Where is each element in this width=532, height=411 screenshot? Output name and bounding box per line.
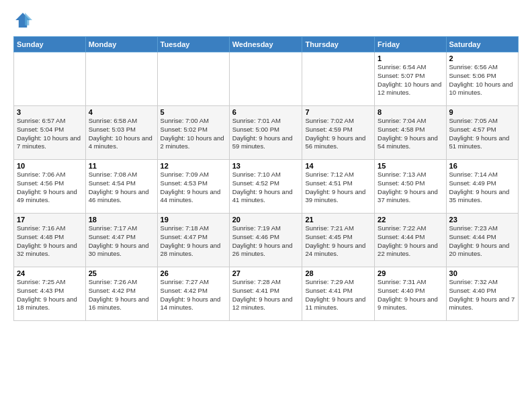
day-cell: 12Sunrise: 7:09 AM Sunset: 4:53 PM Dayli…: [157, 160, 229, 214]
page: SundayMondayTuesdayWednesdayThursdayFrid…: [0, 0, 532, 411]
day-number: 10: [17, 162, 83, 170]
day-info: Sunrise: 7:22 AM Sunset: 4:44 PM Dayligh…: [378, 224, 443, 259]
day-number: 26: [161, 269, 226, 277]
day-number: 11: [89, 162, 154, 170]
day-info: Sunrise: 7:00 AM Sunset: 5:02 PM Dayligh…: [161, 117, 226, 151]
day-info: Sunrise: 7:27 AM Sunset: 4:42 PM Dayligh…: [161, 278, 226, 312]
day-cell: [229, 52, 302, 106]
day-number: 24: [17, 269, 83, 277]
day-cell: 28Sunrise: 7:29 AM Sunset: 4:41 PM Dayli…: [302, 267, 375, 321]
day-number: 4: [89, 108, 154, 116]
day-number: 29: [378, 269, 443, 277]
day-cell: [302, 52, 375, 106]
day-info: Sunrise: 7:18 AM Sunset: 4:47 PM Dayligh…: [161, 224, 226, 259]
day-info: Sunrise: 7:01 AM Sunset: 5:00 PM Dayligh…: [232, 117, 300, 151]
day-number: 15: [378, 162, 443, 170]
day-info: Sunrise: 6:58 AM Sunset: 5:03 PM Dayligh…: [89, 117, 154, 151]
day-info: Sunrise: 7:25 AM Sunset: 4:43 PM Dayligh…: [17, 278, 83, 312]
day-number: 22: [378, 216, 443, 224]
day-cell: 24Sunrise: 7:25 AM Sunset: 4:43 PM Dayli…: [14, 267, 86, 321]
day-cell: 23Sunrise: 7:23 AM Sunset: 4:44 PM Dayli…: [446, 214, 518, 267]
day-info: Sunrise: 7:21 AM Sunset: 4:45 PM Dayligh…: [305, 224, 371, 259]
day-number: 23: [449, 216, 515, 224]
day-cell: 2Sunrise: 6:56 AM Sunset: 5:06 PM Daylig…: [446, 52, 518, 106]
day-cell: 1Sunrise: 6:54 AM Sunset: 5:07 PM Daylig…: [375, 52, 446, 106]
day-number: 9: [449, 108, 515, 116]
day-number: 3: [17, 108, 83, 116]
day-number: 6: [232, 108, 300, 116]
day-cell: 13Sunrise: 7:10 AM Sunset: 4:52 PM Dayli…: [229, 160, 302, 214]
day-number: 20: [232, 216, 300, 224]
day-cell: 10Sunrise: 7:06 AM Sunset: 4:56 PM Dayli…: [14, 160, 86, 214]
day-info: Sunrise: 7:31 AM Sunset: 4:40 PM Dayligh…: [378, 278, 443, 312]
day-cell: 30Sunrise: 7:32 AM Sunset: 4:40 PM Dayli…: [446, 267, 518, 321]
weekday-header-row: SundayMondayTuesdayWednesdayThursdayFrid…: [14, 37, 519, 52]
weekday-header-sunday: Sunday: [14, 37, 86, 52]
day-cell: 15Sunrise: 7:13 AM Sunset: 4:50 PM Dayli…: [375, 160, 446, 214]
week-row-5: 24Sunrise: 7:25 AM Sunset: 4:43 PM Dayli…: [14, 267, 519, 321]
day-number: 8: [378, 108, 443, 116]
week-row-1: 1Sunrise: 6:54 AM Sunset: 5:07 PM Daylig…: [14, 52, 519, 106]
day-number: 27: [232, 269, 300, 277]
day-info: Sunrise: 7:06 AM Sunset: 4:56 PM Dayligh…: [17, 171, 83, 205]
weekday-header-tuesday: Tuesday: [157, 37, 229, 52]
day-info: Sunrise: 7:04 AM Sunset: 4:58 PM Dayligh…: [378, 117, 443, 151]
day-info: Sunrise: 7:19 AM Sunset: 4:46 PM Dayligh…: [232, 224, 300, 259]
day-info: Sunrise: 6:54 AM Sunset: 5:07 PM Dayligh…: [378, 63, 443, 97]
day-info: Sunrise: 7:17 AM Sunset: 4:47 PM Dayligh…: [89, 224, 154, 259]
day-cell: 21Sunrise: 7:21 AM Sunset: 4:45 PM Dayli…: [302, 214, 375, 267]
header: [13, 11, 519, 30]
day-info: Sunrise: 7:10 AM Sunset: 4:52 PM Dayligh…: [232, 171, 300, 205]
day-number: 13: [232, 162, 300, 170]
day-info: Sunrise: 6:57 AM Sunset: 5:04 PM Dayligh…: [17, 117, 83, 151]
weekday-header-saturday: Saturday: [446, 37, 518, 52]
svg-marker-1: [25, 13, 32, 26]
week-row-3: 10Sunrise: 7:06 AM Sunset: 4:56 PM Dayli…: [14, 160, 519, 214]
day-number: 19: [161, 216, 226, 224]
day-info: Sunrise: 7:32 AM Sunset: 4:40 PM Dayligh…: [449, 278, 515, 312]
day-number: 21: [305, 216, 371, 224]
day-cell: 19Sunrise: 7:18 AM Sunset: 4:47 PM Dayli…: [157, 214, 229, 267]
day-cell: [157, 52, 229, 106]
day-info: Sunrise: 7:02 AM Sunset: 4:59 PM Dayligh…: [305, 117, 371, 151]
day-number: 28: [305, 269, 371, 277]
weekday-header-wednesday: Wednesday: [229, 37, 302, 52]
day-number: 5: [161, 108, 226, 116]
day-number: 18: [89, 216, 154, 224]
day-number: 16: [449, 162, 515, 170]
day-cell: 8Sunrise: 7:04 AM Sunset: 4:58 PM Daylig…: [375, 106, 446, 160]
day-number: 30: [449, 269, 515, 277]
day-number: 7: [305, 108, 371, 116]
week-row-4: 17Sunrise: 7:16 AM Sunset: 4:48 PM Dayli…: [14, 214, 519, 267]
day-cell: 9Sunrise: 7:05 AM Sunset: 4:57 PM Daylig…: [446, 106, 518, 160]
day-cell: 16Sunrise: 7:14 AM Sunset: 4:49 PM Dayli…: [446, 160, 518, 214]
day-number: 2: [449, 54, 515, 62]
day-number: 1: [378, 54, 443, 62]
day-cell: 20Sunrise: 7:19 AM Sunset: 4:46 PM Dayli…: [229, 214, 302, 267]
day-info: Sunrise: 7:09 AM Sunset: 4:53 PM Dayligh…: [161, 171, 226, 205]
day-cell: 17Sunrise: 7:16 AM Sunset: 4:48 PM Dayli…: [14, 214, 86, 267]
day-cell: 22Sunrise: 7:22 AM Sunset: 4:44 PM Dayli…: [375, 214, 446, 267]
day-number: 17: [17, 216, 83, 224]
day-info: Sunrise: 7:12 AM Sunset: 4:51 PM Dayligh…: [305, 171, 371, 205]
day-cell: 14Sunrise: 7:12 AM Sunset: 4:51 PM Dayli…: [302, 160, 375, 214]
day-info: Sunrise: 7:29 AM Sunset: 4:41 PM Dayligh…: [305, 278, 371, 312]
day-info: Sunrise: 7:28 AM Sunset: 4:41 PM Dayligh…: [232, 278, 300, 312]
day-info: Sunrise: 7:05 AM Sunset: 4:57 PM Dayligh…: [449, 117, 515, 151]
day-info: Sunrise: 7:08 AM Sunset: 4:54 PM Dayligh…: [89, 171, 154, 205]
calendar-table: SundayMondayTuesdayWednesdayThursdayFrid…: [13, 36, 519, 321]
day-cell: 11Sunrise: 7:08 AM Sunset: 4:54 PM Dayli…: [85, 160, 157, 214]
day-number: 25: [89, 269, 154, 277]
day-cell: 25Sunrise: 7:26 AM Sunset: 4:42 PM Dayli…: [85, 267, 157, 321]
day-cell: [14, 52, 86, 106]
weekday-header-thursday: Thursday: [302, 37, 375, 52]
day-number: 14: [305, 162, 371, 170]
day-cell: 4Sunrise: 6:58 AM Sunset: 5:03 PM Daylig…: [85, 106, 157, 160]
day-cell: 5Sunrise: 7:00 AM Sunset: 5:02 PM Daylig…: [157, 106, 229, 160]
day-cell: 3Sunrise: 6:57 AM Sunset: 5:04 PM Daylig…: [14, 106, 86, 160]
day-number: 12: [161, 162, 226, 170]
day-cell: 27Sunrise: 7:28 AM Sunset: 4:41 PM Dayli…: [229, 267, 302, 321]
day-cell: [85, 52, 157, 106]
day-info: Sunrise: 7:13 AM Sunset: 4:50 PM Dayligh…: [378, 171, 443, 205]
day-info: Sunrise: 7:23 AM Sunset: 4:44 PM Dayligh…: [449, 224, 515, 259]
